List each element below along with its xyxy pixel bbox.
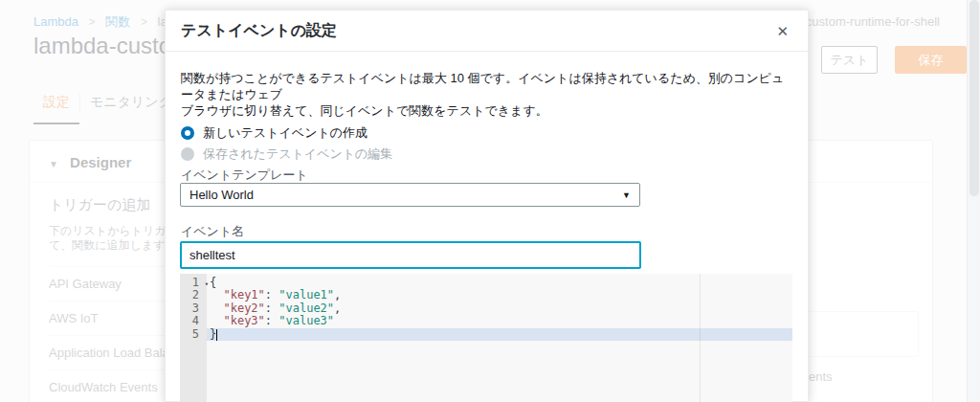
configure-test-event-modal: テストイベントの設定 ✕ 関数が持つことができるテストイベントは最大 10 個で…	[165, 10, 809, 402]
editor-code-area[interactable]: { "key1": "value1", "key2": "value2", "k…	[207, 277, 792, 402]
scrollbar-thumb[interactable]	[969, 0, 979, 196]
close-icon[interactable]: ✕	[772, 20, 792, 42]
text-cursor	[216, 329, 217, 341]
event-template-select[interactable]: Hello World ▼	[180, 183, 640, 207]
radio-selected-icon[interactable]	[181, 126, 194, 140]
modal-description: 関数が持つことができるテストイベントは最大 10 個です。イベントは保持されてい…	[181, 70, 795, 119]
event-name-input[interactable]	[180, 241, 641, 269]
json-code-editor[interactable]: 1▾2345 { "key1": "value1", "key2": "valu…	[180, 274, 792, 402]
event-name-label: イベント名	[181, 223, 244, 240]
radio-disabled-icon	[181, 147, 194, 161]
chevron-down-icon: ▼	[622, 190, 631, 200]
event-template-value: Hello World	[189, 188, 254, 202]
event-template-label: イベントテンプレート	[181, 167, 308, 184]
editor-gutter: 1▾2345	[180, 274, 207, 402]
print-margin-line	[700, 274, 701, 402]
modal-title: テストイベントの設定	[181, 21, 337, 41]
radio-label: 保存されたテストイベントの編集	[203, 145, 392, 163]
page-scrollbar[interactable]	[967, 0, 980, 402]
radio-label: 新しいテストイベントの作成	[203, 124, 368, 142]
radio-edit-saved-test-event[interactable]: 保存されたテストイベントの編集	[181, 145, 392, 163]
radio-create-new-test-event[interactable]: 新しいテストイベントの作成	[181, 124, 368, 142]
modal-header: テストイベントの設定 ✕	[166, 11, 808, 52]
